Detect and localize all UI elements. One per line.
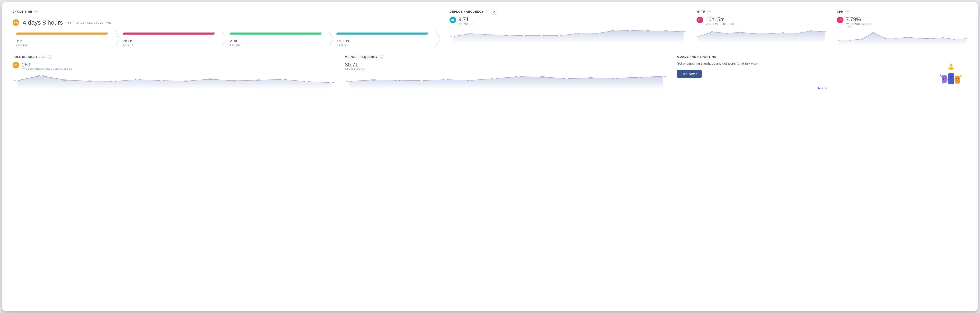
stage-coding[interactable]: 15h CODING — [13, 33, 119, 47]
mttr-chart[interactable] — [697, 28, 827, 43]
deploy-frequency-title: DEPLOY FREQUENCY — [450, 10, 484, 13]
get-started-button[interactable]: Get Started — [677, 70, 702, 78]
merge-frequency-chart[interactable] — [345, 73, 667, 89]
help-icon[interactable]: ? — [708, 10, 711, 13]
pr-size-chart[interactable] — [13, 73, 335, 89]
stage-name: REVIEW — [230, 44, 331, 47]
svg-point-14 — [682, 32, 685, 32]
deploy-frequency-unit: PER MONTH — [458, 23, 473, 25]
deploy-frequency-chart[interactable] — [450, 28, 687, 43]
svg-point-8 — [575, 33, 579, 34]
svg-point-21 — [754, 33, 756, 34]
svg-point-60 — [444, 79, 448, 80]
svg-point-69 — [661, 76, 665, 77]
svg-point-22 — [768, 33, 770, 34]
trophy-illustration — [935, 61, 967, 85]
cycle-time-title: CYCLE TIME — [13, 10, 32, 13]
stage-pickup[interactable]: 2d 3h PICKUP — [119, 33, 226, 47]
svg-point-32 — [872, 32, 874, 33]
svg-point-67 — [612, 78, 617, 79]
svg-point-47 — [135, 79, 140, 80]
stage-bar — [336, 33, 428, 35]
merge-frequency-panel: MERGE FREQUENCY ? 30.71 PRS PER MONTH — [345, 55, 667, 89]
svg-point-23 — [782, 32, 784, 33]
svg-point-46 — [111, 81, 116, 82]
cfr-chart[interactable] — [837, 31, 967, 46]
thumbs-up-icon — [450, 17, 456, 23]
svg-point-24 — [796, 33, 798, 34]
svg-point-2 — [469, 33, 472, 34]
goals-text: Set engineering standards and get alerts… — [677, 61, 932, 66]
expand-button[interactable] — [491, 9, 497, 15]
stage-value: 1d, 13h — [337, 39, 438, 43]
svg-point-26 — [824, 32, 826, 32]
help-icon[interactable]: ? — [48, 55, 51, 59]
svg-point-38 — [942, 37, 943, 38]
svg-point-12 — [646, 30, 650, 31]
mttr-title: MTTR — [697, 10, 705, 13]
carousel-dot[interactable] — [825, 87, 827, 89]
svg-point-4 — [504, 35, 508, 36]
carousel-dot[interactable] — [818, 87, 820, 89]
svg-point-19 — [725, 33, 727, 34]
stage-bar — [229, 33, 322, 35]
help-icon[interactable]: ? — [486, 10, 489, 13]
mttr-subtitle: MEAN TIME TO RESTORE — [705, 23, 735, 25]
svg-point-66 — [588, 77, 593, 79]
svg-point-7 — [558, 35, 561, 36]
svg-point-44 — [63, 80, 68, 81]
pr-size-panel: PULL REQUEST SIZE ? 169 75TH PERCENTILE … — [13, 55, 335, 89]
stage-review[interactable]: 21m REVIEW — [226, 33, 333, 47]
cfr-subtitle: AVG CHANGE FAILURE RATE — [846, 23, 877, 28]
deploy-frequency-panel: DEPLOY FREQUENCY ? 9.71 PER MONTH — [450, 10, 687, 47]
svg-point-75 — [950, 76, 950, 77]
pr-size-subtitle: 75TH PERCENTILE CODE CHANGES PER PR — [22, 68, 72, 71]
mttr-panel: MTTR ? 10h, 5m MEAN TIME TO RESTORE — [697, 10, 827, 47]
svg-point-68 — [636, 77, 641, 78]
svg-point-34 — [895, 38, 897, 39]
target-icon — [837, 17, 843, 23]
svg-point-35 — [907, 37, 909, 38]
svg-point-5 — [522, 35, 525, 36]
svg-point-40 — [965, 38, 967, 39]
carousel-dot[interactable] — [821, 87, 823, 89]
svg-point-33 — [884, 38, 886, 39]
svg-rect-74 — [948, 73, 954, 84]
gauge-icon — [13, 62, 19, 68]
svg-point-6 — [540, 35, 543, 36]
help-icon[interactable]: ? — [845, 10, 849, 13]
help-icon[interactable]: ? — [380, 55, 383, 59]
svg-point-50 — [208, 79, 212, 80]
stage-bar — [123, 33, 215, 35]
goals-panel: GOALS AND REPORTING Set engineering stan… — [677, 55, 967, 89]
svg-point-37 — [930, 38, 932, 39]
svg-point-79 — [958, 78, 959, 79]
svg-point-72 — [943, 77, 944, 78]
pr-size-value: 169 — [22, 62, 72, 67]
svg-point-11 — [628, 30, 632, 31]
expand-icon — [493, 11, 495, 13]
svg-point-70 — [948, 67, 954, 70]
merge-frequency-subtitle: PRS PER MONTH — [345, 68, 365, 71]
svg-point-52 — [256, 80, 261, 81]
svg-point-31 — [861, 39, 862, 40]
svg-point-58 — [395, 80, 400, 81]
stage-bar — [16, 33, 108, 35]
svg-point-59 — [419, 80, 424, 81]
svg-point-18 — [711, 32, 713, 32]
svg-point-76 — [952, 76, 953, 77]
stage-name: CODING — [16, 44, 118, 47]
help-icon[interactable]: ? — [34, 10, 38, 13]
svg-point-48 — [159, 80, 164, 81]
svg-point-45 — [87, 81, 92, 82]
svg-point-73 — [945, 77, 946, 78]
svg-point-39 — [953, 39, 955, 40]
mttr-value: 10h, 5m — [705, 17, 735, 22]
deploy-frequency-value: 9.71 — [458, 17, 473, 22]
stage-name: PICKUP — [123, 44, 225, 47]
stage-value: 21m — [230, 39, 331, 43]
cycle-time-value: 4 days 8 hours — [23, 19, 63, 26]
carousel-dots — [677, 87, 967, 89]
stage-deploy[interactable]: 1d, 13h DEPLOY — [333, 33, 440, 47]
gauge-icon — [13, 19, 19, 26]
